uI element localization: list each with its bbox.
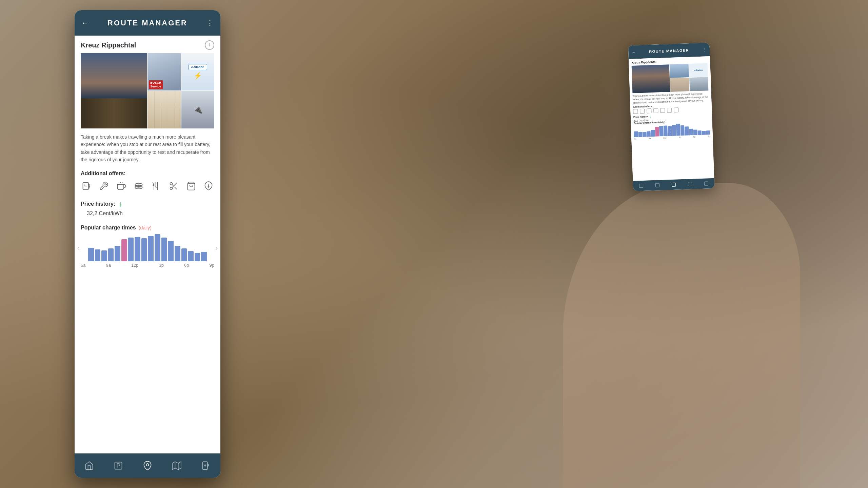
sm-menu-button[interactable]: ⋮	[702, 47, 706, 52]
sm-app-title: ROUTE MANAGER	[649, 48, 689, 54]
price-history-label: Price history:	[81, 201, 115, 207]
sm-nav-2	[655, 183, 659, 187]
chart-bar	[101, 250, 107, 261]
chart-bar	[188, 251, 194, 261]
svg-point-10	[170, 187, 173, 189]
chart-label: 12p	[131, 263, 139, 268]
sm-offer-4	[653, 108, 658, 113]
offers-row	[75, 180, 220, 198]
nav-map[interactable]	[166, 455, 187, 476]
svg-line-12	[175, 187, 177, 189]
sm-chart-bar	[659, 126, 664, 137]
nav-home[interactable]	[79, 455, 99, 476]
sm-chart-bar	[668, 126, 672, 136]
sm-chart-bar	[676, 124, 680, 136]
chart-label: 6a	[81, 263, 85, 268]
sm-app-content: Kreuz Rippachtal e-Station Taking a brea…	[629, 56, 714, 181]
menu-button[interactable]: ⋮	[206, 19, 214, 27]
sm-image-estation: e-Station	[689, 63, 708, 77]
food-offer-icon[interactable]	[133, 180, 145, 192]
sm-chart-bar	[651, 130, 655, 137]
place-image-building[interactable]	[81, 53, 147, 128]
svg-point-9	[170, 182, 173, 185]
sm-chart-bar	[634, 131, 638, 137]
place-image-estation[interactable]: e-Station ⚡	[181, 53, 215, 90]
sm-chart-bar	[689, 129, 693, 136]
charge-times-subtitle: (daily)	[139, 225, 152, 230]
sm-price-label: Price history:	[633, 116, 649, 119]
sm-offer-1	[633, 109, 638, 114]
add-place-button[interactable]: +	[205, 40, 214, 50]
sm-nav-4	[688, 182, 692, 186]
svg-point-16	[146, 464, 149, 466]
chart-bar	[88, 248, 94, 261]
chart-bar	[148, 236, 154, 261]
shopping-offer-icon[interactable]	[185, 180, 197, 192]
bar-chart	[85, 234, 210, 261]
sm-offer-7	[674, 108, 678, 113]
sm-offer-3	[647, 108, 651, 113]
svg-line-13	[172, 184, 174, 186]
sm-chart-bar	[702, 131, 706, 135]
place-header: Kreuz Rippachtal +	[75, 36, 220, 53]
app-header: ← ROUTE MANAGER ⋮	[75, 10, 220, 36]
app-title: ROUTE MANAGER	[107, 19, 188, 27]
nav-charge[interactable]	[196, 455, 216, 476]
wrench-offer-icon[interactable]	[98, 180, 110, 192]
coffee-offer-icon[interactable]	[116, 180, 127, 192]
price-trend-icon: ↓	[119, 200, 122, 208]
sm-back-button[interactable]: ←	[632, 50, 636, 55]
ev-charge-offer-icon[interactable]	[81, 180, 92, 192]
sm-chart-bar	[706, 130, 710, 135]
sm-offer-2	[640, 109, 645, 114]
scissors-offer-icon[interactable]	[168, 180, 180, 192]
chart-bar	[135, 237, 140, 261]
charge-times-header: Popular charge times (daily)	[75, 223, 220, 234]
sm-nav-1	[639, 184, 643, 188]
sm-chart-bar	[693, 129, 697, 135]
chart-labels: 6a9a12p3p6p9p	[75, 261, 220, 268]
chart-bar	[155, 234, 160, 261]
sm-image-cafe	[670, 78, 689, 92]
sm-chart-bar	[663, 125, 668, 136]
sm-image-building	[632, 64, 670, 93]
charge-times-title: Popular charge times	[81, 225, 136, 231]
nav-location[interactable]	[137, 455, 158, 476]
sm-chart-bar	[697, 130, 702, 135]
place-image-mechanic[interactable]: BOSCHService	[147, 53, 181, 90]
chart-bar	[161, 238, 167, 261]
back-button[interactable]: ←	[81, 19, 89, 27]
sm-chart-bar	[638, 132, 642, 137]
sm-nav-5	[704, 181, 708, 185]
additional-offers-title: Additional offers:	[75, 168, 220, 180]
medical-offer-icon[interactable]	[203, 180, 215, 192]
sm-offer-6	[667, 108, 672, 113]
sm-offer-5	[660, 108, 665, 113]
sm-price-arrow: ↓	[650, 115, 651, 118]
chart-prev-button[interactable]: ‹	[77, 244, 80, 251]
sm-chart-bar	[647, 131, 651, 137]
chart-container: ‹ ›	[75, 234, 220, 261]
chart-next-button[interactable]: ›	[215, 244, 218, 251]
place-image-seating[interactable]	[147, 91, 181, 128]
sm-chart-bar	[685, 126, 689, 136]
phone-main: ← ROUTE MANAGER ⋮ Kreuz Rippachtal + BOS…	[75, 10, 220, 478]
chart-bar	[95, 249, 101, 261]
chart-bar	[195, 253, 200, 261]
chart-bar	[181, 248, 187, 261]
chart-label: 3p	[159, 263, 164, 268]
nav-parking[interactable]	[108, 455, 129, 476]
place-name: Kreuz Rippachtal	[81, 41, 136, 49]
bottom-nav	[75, 453, 220, 478]
chart-bar	[128, 238, 134, 261]
sm-description: Taking a break makes travelling a much m…	[633, 92, 709, 104]
chart-bar	[175, 246, 180, 261]
place-image-charger[interactable]: 🔌	[181, 91, 215, 128]
place-description: Taking a break makes travelling a much m…	[75, 128, 220, 168]
cutlery-offer-icon[interactable]	[151, 180, 162, 192]
sm-chart-bar	[643, 132, 647, 137]
sm-image-mechanic	[670, 64, 689, 78]
price-value: 32,2 Cent/kWh	[81, 208, 214, 221]
svg-rect-15	[115, 462, 122, 469]
svg-point-6	[135, 186, 142, 189]
